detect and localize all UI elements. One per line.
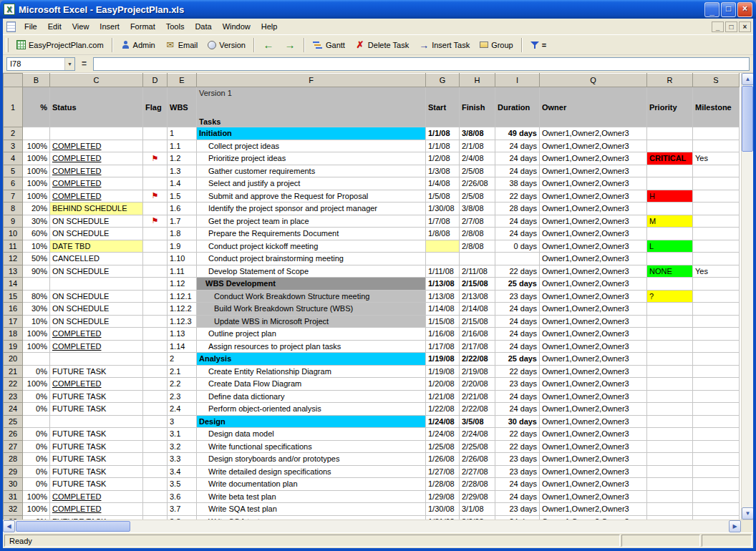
row-header-30[interactable]: 30 bbox=[4, 478, 23, 491]
cell-wbs-8[interactable]: 1.6 bbox=[168, 203, 197, 215]
cell-pct-24[interactable]: 0% bbox=[23, 403, 50, 416]
row-header-7[interactable]: 7 bbox=[4, 190, 23, 203]
cell-start-29[interactable]: 1/27/08 bbox=[426, 465, 460, 478]
row-header-31[interactable]: 31 bbox=[4, 490, 23, 503]
cell-wbs-30[interactable]: 3.5 bbox=[168, 478, 197, 491]
cell-owner-3[interactable]: Owner1,Owner2,Owner3 bbox=[540, 140, 647, 152]
row-header-32[interactable]: 32 bbox=[4, 503, 23, 516]
cell-finish-17[interactable]: 2/15/08 bbox=[460, 315, 495, 328]
cell-wbs-26[interactable]: 3.1 bbox=[168, 428, 197, 441]
cell-wbs-29[interactable]: 3.4 bbox=[168, 465, 197, 478]
cell-task-10[interactable]: Prepare the Requirements Document bbox=[197, 228, 426, 240]
cell-flag-18[interactable] bbox=[143, 328, 168, 341]
cell-priority-2[interactable] bbox=[647, 127, 693, 140]
cell-owner-22[interactable]: Owner1,Owner2,Owner3 bbox=[540, 378, 647, 391]
cell-flag-5[interactable] bbox=[143, 165, 168, 177]
cell-milestone-19[interactable] bbox=[693, 340, 740, 353]
cell-status-15[interactable]: ON SCHEDULE bbox=[50, 290, 143, 303]
cell-task-30[interactable]: Write documentation plan bbox=[197, 478, 426, 491]
cell-duration-14[interactable]: 25 days bbox=[495, 278, 540, 291]
cell-start-10[interactable]: 1/8/08 bbox=[426, 228, 460, 240]
cell-milestone-3[interactable] bbox=[693, 140, 740, 152]
cell-task-22[interactable]: Create Data Flow Diagram bbox=[197, 378, 426, 391]
cell-status-14[interactable] bbox=[50, 278, 143, 291]
cell-flag-20[interactable] bbox=[143, 353, 168, 366]
cell-finish-10[interactable]: 2/8/08 bbox=[460, 228, 495, 240]
row-header-23[interactable]: 23 bbox=[4, 390, 23, 403]
cell-milestone-17[interactable] bbox=[693, 315, 740, 328]
row-header-27[interactable]: 27 bbox=[4, 440, 23, 453]
cell-start-8[interactable]: 1/30/08 bbox=[426, 203, 460, 215]
column-header-C[interactable]: C bbox=[50, 74, 143, 87]
cell-owner-11[interactable]: Owner1,Owner2,Owner3 bbox=[540, 240, 647, 253]
cell-status-31[interactable]: COMPLETED bbox=[50, 490, 143, 503]
cell-milestone-15[interactable] bbox=[693, 290, 740, 303]
column-header-E[interactable]: E bbox=[168, 74, 197, 87]
cell-pct-30[interactable]: 0% bbox=[23, 478, 50, 491]
cell-wbs-7[interactable]: 1.5 bbox=[168, 190, 197, 203]
formula-input[interactable] bbox=[93, 57, 750, 71]
cell-owner-30[interactable]: Owner1,Owner2,Owner3 bbox=[540, 478, 647, 491]
cell-status-17[interactable]: ON SCHEDULE bbox=[50, 315, 143, 328]
column-header-F[interactable]: F bbox=[197, 74, 426, 87]
cell-pct-2[interactable] bbox=[23, 127, 50, 140]
cell-pct-28[interactable]: 0% bbox=[23, 453, 50, 466]
cell-task-9[interactable]: Get the project team in place bbox=[197, 215, 426, 228]
menu-item-view[interactable]: View bbox=[67, 20, 94, 33]
cell-task-5[interactable]: Gather customer requirements bbox=[197, 165, 426, 177]
cell-duration-11[interactable]: 0 days bbox=[495, 240, 540, 253]
cell-finish-30[interactable]: 2/28/08 bbox=[460, 478, 495, 491]
cell-owner-21[interactable]: Owner1,Owner2,Owner3 bbox=[540, 365, 647, 378]
cell-task-20[interactable]: Analysis bbox=[197, 353, 426, 366]
row-header-22[interactable]: 22 bbox=[4, 378, 23, 391]
cell-task-3[interactable]: Collect project ideas bbox=[197, 140, 426, 152]
cell-finish-21[interactable]: 2/19/08 bbox=[460, 365, 495, 378]
cell-milestone-13[interactable]: Yes bbox=[693, 265, 740, 278]
cell-pct-31[interactable]: 100% bbox=[23, 490, 50, 503]
cell-duration-31[interactable]: 24 days bbox=[495, 490, 540, 503]
cell-pct-20[interactable] bbox=[23, 353, 50, 366]
cell-duration-20[interactable]: 25 days bbox=[495, 353, 540, 366]
cell-milestone-16[interactable] bbox=[693, 303, 740, 316]
cell-start-15[interactable]: 1/13/08 bbox=[426, 290, 460, 303]
cell-wbs-9[interactable]: 1.7 bbox=[168, 215, 197, 228]
cell-owner-10[interactable]: Owner1,Owner2,Owner3 bbox=[540, 228, 647, 240]
admin-button[interactable]: Admin bbox=[116, 37, 160, 52]
cell-status-19[interactable]: COMPLETED bbox=[50, 340, 143, 353]
cell-priority-3[interactable] bbox=[647, 140, 693, 152]
cell-duration-16[interactable]: 24 days bbox=[495, 303, 540, 316]
cell-milestone-27[interactable] bbox=[693, 440, 740, 453]
cell-flag-15[interactable] bbox=[143, 290, 168, 303]
cell-owner-31[interactable]: Owner1,Owner2,Owner3 bbox=[540, 490, 647, 503]
header-cell-finish[interactable]: Finish bbox=[460, 87, 495, 127]
cell-start-31[interactable]: 1/29/08 bbox=[426, 490, 460, 503]
cell-status-16[interactable]: ON SCHEDULE bbox=[50, 303, 143, 316]
cell-start-3[interactable]: 1/1/08 bbox=[426, 140, 460, 152]
cell-status-27[interactable]: FUTURE TASK bbox=[50, 440, 143, 453]
cell-start-2[interactable]: 1/1/08 bbox=[426, 127, 460, 140]
workbook-restore-button[interactable]: □ bbox=[725, 21, 737, 32]
cell-status-4[interactable]: COMPLETED bbox=[50, 152, 143, 165]
cell-milestone-6[interactable] bbox=[693, 177, 740, 190]
cell-task-31[interactable]: Write beta test plan bbox=[197, 490, 426, 503]
cell-task-6[interactable]: Select and justify a project bbox=[197, 177, 426, 190]
cell-duration-3[interactable]: 24 days bbox=[495, 140, 540, 152]
cell-task-17[interactable]: Update WBS in Microsoft Project bbox=[197, 315, 426, 328]
menu-item-data[interactable]: Data bbox=[190, 20, 216, 33]
row-header-25[interactable]: 25 bbox=[4, 415, 23, 428]
column-header-D[interactable]: D bbox=[143, 74, 168, 87]
cell-priority-5[interactable] bbox=[647, 165, 693, 177]
cell-milestone-32[interactable] bbox=[693, 503, 740, 516]
cell-pct-5[interactable]: 100% bbox=[23, 165, 50, 177]
cell-finish-12[interactable] bbox=[460, 253, 495, 265]
cell-status-7[interactable]: COMPLETED bbox=[50, 190, 143, 203]
horizontal-scrollbar[interactable]: ◀ ▶ bbox=[3, 520, 753, 532]
cell-task-28[interactable]: Design storyboards and/or prototypes bbox=[197, 453, 426, 466]
cell-flag-13[interactable] bbox=[143, 265, 168, 278]
cell-priority-32[interactable] bbox=[647, 503, 693, 516]
cell-wbs-3[interactable]: 1.1 bbox=[168, 140, 197, 152]
row-header-19[interactable]: 19 bbox=[4, 340, 23, 353]
cell-flag-29[interactable] bbox=[143, 465, 168, 478]
row-header-16[interactable]: 16 bbox=[4, 303, 23, 316]
cell-status-21[interactable]: FUTURE TASK bbox=[50, 365, 143, 378]
